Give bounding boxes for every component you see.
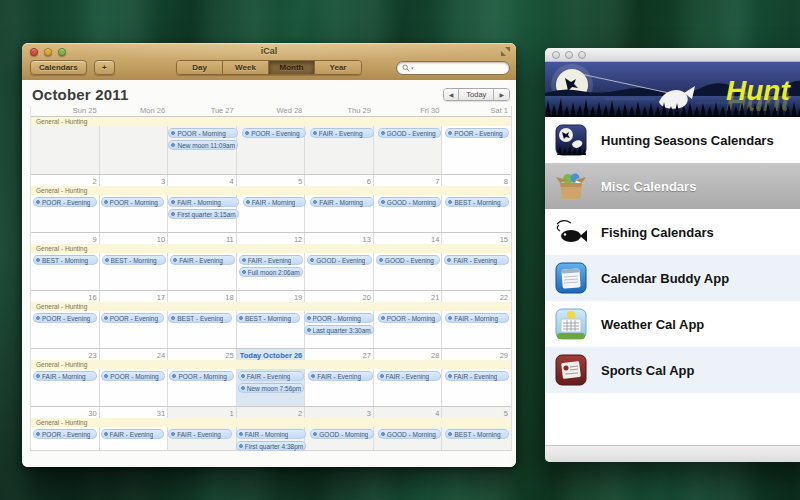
allday-event-general-hunting[interactable]: General - Hunting (31, 302, 511, 311)
event-pill[interactable]: POOR - Morning (101, 197, 165, 207)
fullscreen-icon[interactable] (501, 47, 510, 56)
event-pill[interactable]: First quarter 4:38pm (236, 441, 307, 451)
event-pill[interactable]: FAIR - Morning (33, 371, 97, 381)
minimize-button[interactable] (565, 51, 573, 59)
event-dot-icon (246, 200, 250, 204)
today-button[interactable]: Today (459, 89, 494, 100)
zoom-button[interactable] (578, 51, 586, 59)
event-pill[interactable]: GOOD - Morning (310, 429, 374, 439)
tab-day[interactable]: Day (177, 61, 223, 74)
event-pill[interactable]: GOOD - Morning (378, 197, 442, 207)
minimize-button[interactable] (44, 48, 52, 56)
close-button[interactable] (552, 51, 560, 59)
event-pill[interactable]: FAIR - Evening (377, 371, 441, 381)
event-pill[interactable]: POOR - Evening (33, 429, 97, 439)
event-pill[interactable]: GOOD - Evening (307, 255, 372, 265)
event-pill[interactable]: POOR - Evening (445, 128, 509, 138)
event-pill[interactable]: GOOD - Evening (378, 128, 442, 138)
event-dot-icon (171, 200, 175, 204)
event-pill[interactable]: FAIR - Evening (444, 255, 509, 265)
hunting-seasons-icon (555, 124, 587, 156)
event-pill[interactable]: GOOD - Morning (378, 429, 442, 439)
event-pill[interactable]: BEST - Morning (33, 255, 98, 265)
event-pill[interactable]: Last quarter 3:30am (304, 325, 374, 335)
event-dot-icon (242, 258, 246, 262)
event-pill[interactable]: BEST - Evening (168, 313, 232, 323)
event-pill[interactable]: FAIR - Morning (310, 197, 374, 207)
date-number: 23 (31, 349, 100, 360)
event-pill[interactable]: FAIR - Evening (310, 128, 374, 138)
event-pill[interactable]: BEST - Morning (236, 313, 300, 323)
event-pill[interactable]: POOR - Evening (101, 313, 165, 323)
date-number: 15 (442, 233, 511, 244)
date-number: 2 (31, 175, 100, 186)
event-pill[interactable]: FAIR - Evening (170, 255, 235, 265)
list-item-misc-calendars[interactable]: Misc Calendars (545, 163, 800, 209)
event-pill[interactable]: New moon 11:09am (168, 140, 238, 150)
window-title: iCal (22, 43, 516, 59)
event-pill[interactable]: FAIR - Morning (236, 429, 307, 439)
event-pill[interactable]: POOR - Morning (304, 313, 374, 323)
event-dot-icon (172, 374, 176, 378)
event-pill[interactable]: FAIR - Morning (445, 313, 509, 323)
event-pill[interactable]: POOR - Evening (33, 313, 97, 323)
event-pill[interactable]: FAIR - Evening (238, 371, 305, 381)
list-item-label: Weather Cal App (601, 317, 704, 332)
event-pill[interactable]: Full moon 2:06am (239, 267, 304, 277)
ical-leather-header: iCal Calendars + Day Week Month Year ▾ (22, 43, 516, 80)
allday-event-general-hunting[interactable]: General - Hunting (31, 244, 511, 253)
calendars-button[interactable]: Calendars (30, 60, 87, 75)
list-item-sports-cal[interactable]: Sports Cal App (545, 347, 800, 393)
event-pill[interactable]: POOR - Evening (33, 197, 97, 207)
event-dot-icon (448, 200, 452, 204)
event-pill[interactable]: BEST - Morning (445, 429, 509, 439)
date-number: 18 (168, 291, 237, 302)
event-pill[interactable]: FAIR - Morning (243, 197, 307, 207)
date-number: 1 (168, 407, 237, 418)
allday-event-general-hunting[interactable]: General - Hunting (31, 418, 511, 427)
event-pill[interactable]: POOR - Morning (169, 371, 233, 381)
event-pill[interactable]: First quarter 3:15am (168, 209, 239, 219)
zoom-button[interactable] (58, 48, 66, 56)
fishing-calendars-icon (555, 216, 587, 248)
event-pill[interactable]: FAIR - Evening (239, 255, 304, 265)
event-pill[interactable]: FAIR - Morning (168, 197, 239, 207)
ical-window: iCal Calendars + Day Week Month Year ▾ (22, 43, 516, 467)
event-dot-icon (239, 432, 243, 436)
hunt-titlebar[interactable] (545, 48, 800, 62)
event-pill[interactable]: FAIR - Evening (168, 429, 232, 439)
allday-event-general-hunting[interactable]: General - Hunting (31, 186, 511, 195)
event-dot-icon (307, 328, 311, 332)
list-item-hunting-seasons[interactable]: Hunting Seasons Calendars (545, 117, 800, 163)
list-item-calendar-buddy[interactable]: Calendar Buddy App (545, 255, 800, 301)
ical-titlebar[interactable]: iCal (22, 43, 516, 59)
list-item-fishing-calendars[interactable]: Fishing Calendars (545, 209, 800, 255)
event-pill[interactable]: POOR - Morning (101, 371, 165, 381)
event-pill[interactable]: BEST - Morning (445, 197, 509, 207)
allday-event-general-hunting[interactable]: General - Hunting (31, 117, 511, 126)
event-pill[interactable]: New moon 7:56pm (238, 383, 305, 393)
event-pill[interactable]: FAIR - Evening (308, 371, 372, 381)
search-input[interactable]: ▾ (396, 61, 510, 75)
tab-month[interactable]: Month (269, 61, 315, 74)
date-number: 17 (100, 291, 169, 302)
event-pill[interactable]: FAIR - Evening (445, 371, 509, 381)
event-pill[interactable]: BEST - Morning (102, 255, 167, 265)
close-button[interactable] (30, 48, 38, 56)
add-event-button[interactable]: + (94, 60, 115, 75)
event-pill[interactable]: GOOD - Evening (376, 255, 441, 265)
prev-month-button[interactable]: ◀ (444, 89, 460, 100)
date-number: 9 (31, 233, 100, 244)
date-number: 4 (168, 175, 237, 186)
date-number: 3 (100, 175, 169, 186)
month-title: October 2011 (32, 86, 129, 103)
event-pill[interactable]: POOR - Evening (242, 128, 306, 138)
list-item-weather-cal[interactable]: Weather Cal App (545, 301, 800, 347)
event-pill[interactable]: POOR - Morning (168, 128, 238, 138)
allday-event-general-hunting[interactable]: General - Hunting (31, 360, 511, 369)
tab-year[interactable]: Year (315, 61, 361, 74)
tab-week[interactable]: Week (223, 61, 269, 74)
event-pill[interactable]: FAIR - Evening (101, 429, 165, 439)
event-pill[interactable]: POOR - Morning (378, 313, 442, 323)
next-month-button[interactable]: ▶ (494, 89, 509, 100)
